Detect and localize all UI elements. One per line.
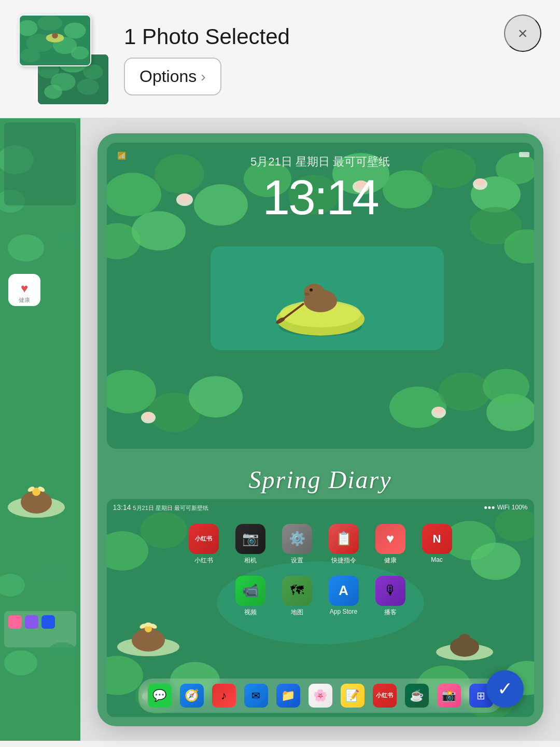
header-left: 1 Photo Selected Options › — [19, 15, 290, 105]
svg-point-72 — [439, 372, 491, 411]
svg-point-27 — [54, 227, 80, 248]
lockscreen-date: 5月21日 星期日 最可可壁纸 — [107, 154, 534, 170]
svg-point-43 — [34, 561, 70, 588]
svg-rect-28 — [4, 122, 76, 205]
svg-rect-40 — [25, 615, 38, 629]
svg-point-5 — [77, 79, 99, 95]
chevron-right-icon: › — [201, 68, 205, 85]
svg-rect-41 — [41, 615, 55, 629]
preview-card: 📶 5月21日 星期日 最可可壁纸 13:14 Spring Diary — [97, 133, 543, 726]
dock-camera-app[interactable]: 📸 — [437, 684, 461, 708]
dock-messages[interactable]: 💬 — [148, 684, 172, 708]
svg-point-95 — [471, 543, 521, 580]
lockscreen-section: 📶 5月21日 星期日 最可可壁纸 13:14 — [107, 143, 534, 449]
svg-point-85 — [304, 293, 310, 296]
status-right: ●●● WiFi 100% — [484, 504, 527, 511]
svg-point-92 — [141, 512, 187, 548]
svg-text:健康: 健康 — [19, 297, 30, 303]
svg-point-17 — [20, 48, 40, 62]
dock-starbucks[interactable]: ☕ — [405, 684, 429, 708]
svg-point-115 — [458, 634, 471, 647]
app-icon-xiaohongshu[interactable]: 小红书 小红书 — [189, 524, 219, 565]
svg-point-76 — [144, 412, 153, 419]
lockscreen-time: 13:14 — [107, 173, 534, 222]
dock-notes[interactable]: 📝 — [341, 684, 365, 708]
options-button[interactable]: Options › — [124, 58, 221, 95]
main-content: ♥ 健康 — [0, 118, 560, 741]
svg-point-3 — [83, 64, 103, 79]
app-icon-podcasts[interactable]: 🎙 播客 — [375, 576, 405, 617]
dock-files[interactable]: 📁 — [276, 684, 300, 708]
svg-point-45 — [48, 642, 77, 663]
svg-point-14 — [64, 22, 86, 38]
status-time: 13:14 5月21日 星期日 最可可新壁纸 — [113, 503, 208, 512]
dock-safari[interactable]: 🧭 — [180, 684, 204, 708]
svg-point-70 — [189, 376, 243, 418]
svg-text:♥: ♥ — [21, 281, 28, 295]
app-icon-health[interactable]: ♥ 健康 — [375, 524, 405, 565]
svg-point-112 — [145, 622, 152, 627]
spring-diary-title: Spring Diary — [97, 458, 543, 499]
dock-music[interactable]: ♪ — [212, 684, 236, 708]
app-icon-maps[interactable]: 🗺 地图 — [282, 576, 312, 617]
homescreen-status-bar: 13:14 5月21日 星期日 最可可新壁纸 ●●● WiFi 100% — [113, 503, 528, 512]
dock-mail[interactable]: ✉ — [244, 684, 268, 708]
svg-point-78 — [434, 407, 443, 414]
app-icon-camera[interactable]: 📷 相机 — [235, 524, 265, 565]
svg-point-20 — [52, 33, 58, 39]
homescreen-section: 13:14 5月21日 星期日 最可可新壁纸 ●●● WiFi 100% 小红书… — [107, 499, 534, 717]
svg-rect-39 — [8, 615, 22, 629]
thumb-front — [19, 15, 91, 66]
svg-point-44 — [4, 651, 37, 675]
checkmark-button[interactable]: ✓ — [486, 670, 524, 708]
svg-point-83 — [304, 284, 325, 300]
app-icon-settings[interactable]: ⚙️ 设置 — [282, 524, 312, 565]
thumb-front-inner — [20, 16, 90, 65]
svg-point-18 — [71, 47, 89, 60]
thumbnail-stack — [19, 15, 109, 105]
photo-selected-title: 1 Photo Selected — [124, 24, 290, 49]
svg-point-74 — [483, 369, 529, 404]
left-panel: ♥ 健康 — [0, 118, 80, 741]
svg-point-84 — [310, 288, 313, 292]
close-icon: × — [518, 24, 528, 43]
dock-photos[interactable]: 🌸 — [309, 684, 332, 708]
app-icon-news[interactable]: N Mac — [422, 524, 452, 565]
header: 1 Photo Selected Options › × — [0, 0, 560, 118]
svg-point-13 — [37, 16, 62, 31]
app-icon-shortcuts[interactable]: 📋 快捷指令 — [329, 524, 359, 565]
app-icon-appstore[interactable]: A App Store — [329, 576, 359, 617]
main-preview: 📶 5月21日 星期日 最可可壁纸 13:14 Spring Diary — [80, 118, 560, 741]
dock: 💬 🧭 ♪ ✉ 📁 🌸 📝 小红书 ☕ 📸 ⊞ — [138, 679, 502, 713]
svg-point-26 — [8, 234, 44, 261]
dock-xiaohongshu[interactable]: 小红书 — [373, 684, 397, 708]
svg-point-6 — [44, 85, 62, 99]
app-icon-facetime[interactable]: 📹 视频 — [235, 576, 265, 617]
header-title-area: 1 Photo Selected Options › — [124, 24, 290, 95]
close-button[interactable]: × — [504, 15, 541, 52]
checkmark-icon: ✓ — [497, 678, 513, 700]
